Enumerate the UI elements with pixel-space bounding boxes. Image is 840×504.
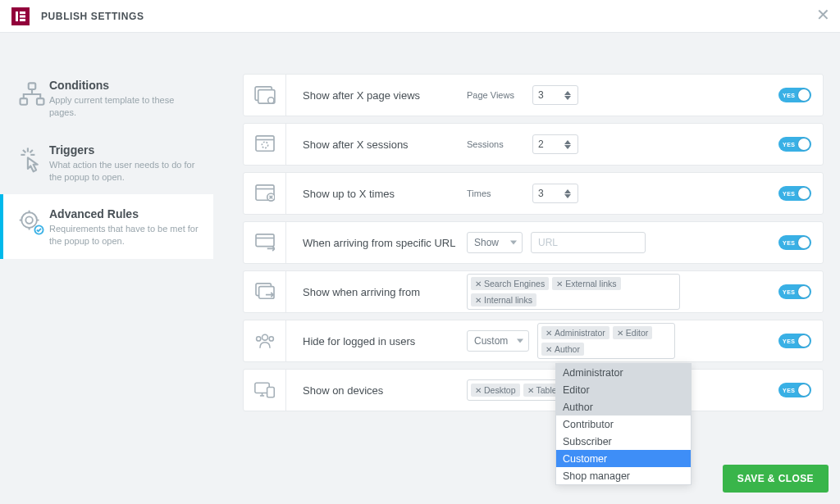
svg-point-24 (262, 142, 267, 148)
gears-icon (15, 206, 49, 240)
sessions-icon (244, 124, 286, 165)
svg-point-13 (21, 213, 37, 229)
sidebar-item-triggers[interactable]: Triggers What action the user needs to d… (0, 130, 213, 195)
sidebar-item-desc: Requirements that have to be met for the… (49, 223, 200, 247)
sidebar-item-title: Triggers (49, 143, 200, 157)
svg-rect-22 (256, 136, 274, 151)
tag[interactable]: ✕External links (552, 277, 620, 290)
tag[interactable]: ✕Search Engines (471, 277, 549, 290)
svg-rect-2 (20, 15, 25, 17)
mode-select[interactable]: Custom (467, 330, 529, 352)
svg-point-35 (256, 337, 260, 341)
dropdown-option[interactable]: Editor (556, 381, 691, 398)
svg-rect-3 (20, 19, 25, 21)
tag[interactable]: ✕Internal links (471, 293, 536, 306)
input-value: 3 (538, 188, 544, 199)
close-icon[interactable]: ✕ (816, 7, 830, 23)
svg-rect-40 (267, 388, 274, 397)
dropdown-option[interactable]: Author (556, 398, 691, 415)
sessions-input[interactable]: 2 (532, 134, 578, 154)
rule-toggle[interactable]: YES (778, 186, 811, 201)
arriving-from-icon (244, 271, 286, 312)
rule-toggle[interactable]: YES (778, 284, 811, 299)
rule-label: When arriving from specific URL (286, 237, 467, 249)
svg-point-34 (262, 334, 267, 340)
rule-label: Show when arriving from (286, 286, 467, 298)
input-value: 2 (538, 138, 544, 150)
svg-point-36 (269, 337, 273, 341)
rule-toggle[interactable]: YES (778, 383, 811, 397)
url-arrow-icon (244, 222, 286, 263)
tag[interactable]: ✕Editor (613, 326, 652, 339)
devices-icon (244, 370, 286, 411)
tag[interactable]: ✕Desktop (471, 384, 520, 397)
dropdown-option[interactable]: Administrator (556, 364, 691, 381)
modal-title: PUBLISH SETTINGS (41, 11, 144, 22)
chevron-down-icon (517, 339, 523, 343)
chevron-down-icon (510, 241, 517, 245)
sidebar-item-conditions[interactable]: Conditions Apply current template to the… (0, 66, 213, 130)
sidebar: Conditions Apply current template to the… (0, 33, 213, 504)
rule-sublabel: Page Views (467, 90, 524, 100)
dropdown-option[interactable]: Customer (556, 450, 691, 467)
times-icon (244, 173, 286, 214)
svg-rect-30 (256, 234, 274, 247)
svg-rect-0 (16, 11, 18, 21)
svg-rect-4 (29, 83, 36, 89)
tag[interactable]: ✕Author (541, 343, 584, 356)
svg-rect-5 (21, 98, 28, 105)
input-value: 3 (538, 89, 544, 101)
svg-rect-6 (37, 98, 44, 105)
svg-point-12 (25, 217, 32, 225)
rule-times: Show up to X times Times 3 YES (243, 172, 824, 215)
sidebar-item-desc: Apply current template to these pages. (49, 94, 200, 119)
page-views-icon (244, 75, 286, 116)
elementor-logo-icon (11, 7, 30, 25)
url-input[interactable]: URL (531, 232, 646, 253)
rule-label: Hide for logged in users (286, 335, 467, 347)
number-spinner-icon[interactable] (564, 88, 574, 102)
main-panel: Show after X page views Page Views 3 YES… (213, 33, 840, 504)
times-input[interactable]: 3 (532, 184, 578, 203)
dropdown-option[interactable]: Contributor (556, 415, 691, 433)
rule-toggle[interactable]: YES (778, 334, 811, 348)
save-and-close-button[interactable]: SAVE & CLOSE (723, 465, 829, 493)
users-icon (244, 320, 286, 361)
mode-select[interactable]: Show (467, 232, 523, 253)
sidebar-item-title: Advanced Rules (49, 207, 200, 220)
rule-toggle[interactable]: YES (778, 235, 811, 250)
click-icon (15, 142, 49, 176)
rule-arriving-from: Show when arriving from ✕Search Engines … (243, 270, 824, 313)
svg-line-10 (23, 150, 25, 152)
sidebar-item-title: Conditions (49, 79, 200, 92)
rule-label: Show after X sessions (286, 138, 467, 151)
rule-label: Show up to X times (286, 188, 467, 200)
rule-label: Show after X page views (286, 89, 467, 102)
rule-devices: Show on devices ✕Desktop ✕Tablet YES (243, 369, 824, 411)
number-spinner-icon[interactable] (564, 137, 574, 152)
referrer-tags[interactable]: ✕Search Engines ✕External links ✕Interna… (467, 274, 680, 310)
rule-sessions: Show after X sessions Sessions 2 YES (243, 123, 824, 166)
modal-header: PUBLISH SETTINGS ✕ (0, 0, 840, 33)
rule-toggle[interactable]: YES (778, 88, 811, 102)
rule-sublabel: Sessions (467, 139, 524, 149)
sidebar-item-desc: What action the user needs to do for the… (49, 159, 200, 184)
rule-sublabel: Times (467, 188, 524, 198)
rule-label: Show on devices (286, 384, 467, 397)
rule-toggle[interactable]: YES (778, 137, 811, 152)
tag[interactable]: ✕Administrator (541, 326, 609, 339)
sidebar-item-advanced-rules[interactable]: Advanced Rules Requirements that have to… (0, 194, 213, 259)
number-spinner-icon[interactable] (564, 186, 574, 201)
rule-from-url: When arriving from specific URL Show URL… (243, 221, 824, 264)
svg-line-11 (30, 150, 32, 152)
rule-page-views: Show after X page views Page Views 3 YES (243, 74, 824, 116)
role-tags[interactable]: ✕Administrator ✕Editor ✕Author (537, 323, 675, 359)
svg-rect-1 (20, 11, 25, 14)
dropdown-option[interactable]: Subscriber (556, 433, 691, 450)
svg-point-21 (267, 98, 273, 103)
dropdown-option[interactable]: Shop manager (556, 467, 691, 484)
page-views-input[interactable]: 3 (532, 85, 578, 105)
sitemap-icon (15, 77, 49, 111)
role-dropdown: Administrator Editor Author Contributor … (555, 363, 692, 485)
rule-hide-logged-in: Hide for logged in users Custom ✕Adminis… (243, 320, 824, 362)
